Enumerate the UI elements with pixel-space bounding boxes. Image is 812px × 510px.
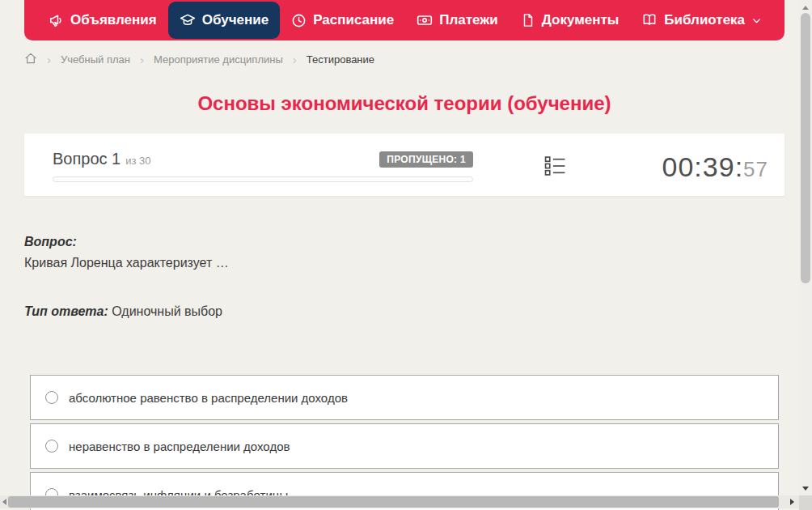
answer-option-2[interactable]: неравенство в распределении доходов	[30, 423, 779, 469]
breadcrumb-item-testing: Тестирование	[307, 53, 374, 66]
breadcrumb: › Учебный план › Мероприятие дисциплины …	[24, 50, 374, 68]
vertical-scrollbar[interactable]	[799, 0, 812, 495]
question-text: Кривая Лоренца характеризует …	[24, 256, 780, 270]
breadcrumb-separator: ›	[140, 53, 144, 66]
nav-item-label: Объявления	[70, 12, 157, 28]
question-list-button[interactable]	[544, 155, 566, 180]
nav-item-library[interactable]: Библиотека	[630, 4, 773, 36]
breadcrumb-item-discipline-event[interactable]: Мероприятие дисциплины	[154, 53, 283, 66]
nav-item-documents[interactable]: Документы	[510, 4, 631, 36]
radio-button[interactable]	[45, 440, 58, 453]
nav-item-label: Расписание	[313, 12, 394, 28]
question-total: из 30	[125, 155, 150, 167]
megaphone-icon	[49, 13, 64, 28]
nav-item-announcements[interactable]: Объявления	[37, 4, 168, 36]
answer-type-label: Тип ответа:	[24, 304, 108, 318]
home-icon[interactable]	[24, 52, 37, 67]
radio-button[interactable]	[45, 391, 58, 404]
question-number: Вопрос 1	[53, 150, 121, 168]
breadcrumb-separator: ›	[293, 53, 297, 66]
banknote-icon	[417, 12, 433, 28]
nav-item-schedule[interactable]: Расписание	[280, 4, 405, 36]
scroll-left-arrow[interactable]	[2, 499, 6, 505]
timer-seconds: 57	[743, 157, 768, 182]
book-icon	[641, 12, 658, 28]
breadcrumb-separator: ›	[47, 53, 51, 66]
breadcrumb-item-curriculum[interactable]: Учебный план	[61, 53, 130, 66]
scroll-down-arrow[interactable]	[802, 487, 809, 491]
question-heading: Вопрос:	[24, 235, 780, 249]
chevron-down-icon	[751, 15, 762, 26]
timer-minutes: 00:39:	[662, 151, 744, 183]
answer-type-row: Тип ответа: Одиночный выбор	[24, 304, 780, 319]
nav-item-training[interactable]: Обучение	[168, 2, 280, 39]
nav-item-label: Платежи	[439, 12, 498, 28]
graduation-cap-icon	[180, 12, 196, 28]
scroll-right-arrow[interactable]	[790, 499, 794, 505]
horizontal-scrollbar[interactable]	[0, 495, 799, 508]
clock-icon	[291, 13, 307, 28]
scroll-up-arrow[interactable]	[802, 6, 809, 10]
answer-option-label: неравенство в распределении доходов	[69, 440, 290, 453]
vertical-scrollbar-thumb[interactable]	[801, 13, 810, 283]
page-title: Основы экономической теории (обучение)	[0, 92, 809, 115]
question-counter: Вопрос 1из 30	[53, 150, 151, 168]
answer-option-1[interactable]: абсолютное равенство в распределении дох…	[30, 375, 779, 420]
question-progress-block: Вопрос 1из 30 ПРОПУЩЕНО: 1	[53, 150, 473, 182]
top-navbar: Объявления Обучение Расписание П	[24, 0, 785, 40]
answer-option-label: абсолютное равенство в распределении дох…	[69, 391, 348, 405]
question-panel: Вопрос 1из 30 ПРОПУЩЕНО: 1 00:39: 57	[24, 134, 785, 196]
skipped-badge: ПРОПУЩЕНО: 1	[379, 151, 473, 168]
horizontal-scrollbar-thumb[interactable]	[8, 496, 779, 508]
nav-item-label: Обучение	[202, 12, 269, 28]
scrollbar-corner	[799, 495, 812, 510]
question-body: Вопрос: Кривая Лоренца характеризует … Т…	[24, 235, 780, 319]
countdown-timer: 00:39: 57	[662, 151, 768, 183]
progress-bar	[53, 176, 473, 182]
nav-item-payments[interactable]: Платежи	[405, 4, 510, 36]
nav-item-label: Библиотека	[664, 12, 745, 28]
answer-type-value: Одиночный выбор	[112, 304, 222, 318]
document-icon	[521, 13, 535, 28]
nav-item-label: Документы	[542, 12, 620, 28]
question-list-icon	[544, 165, 566, 179]
answer-options: абсолютное равенство в распределении дох…	[30, 375, 779, 510]
